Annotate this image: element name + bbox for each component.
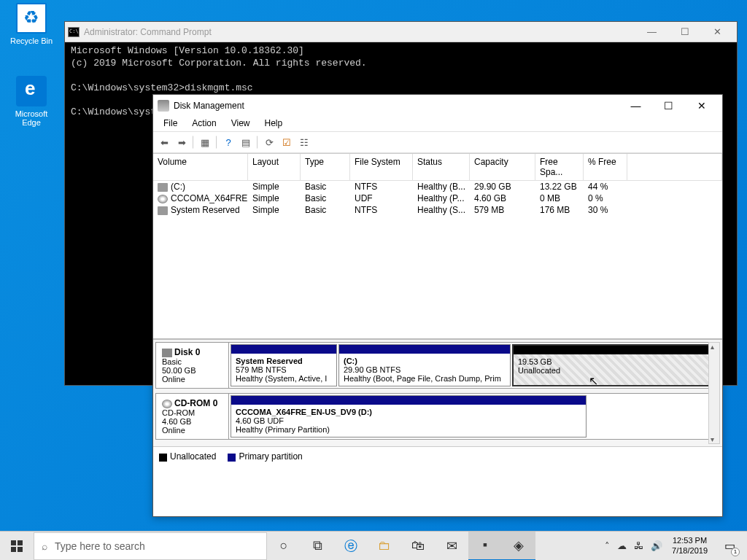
tray-onedrive-icon[interactable]: ☁ xyxy=(614,540,630,551)
col-pct-free[interactable]: % Free xyxy=(584,154,627,180)
taskbar-explorer[interactable]: 🗀 xyxy=(368,532,401,561)
edge-icon xyxy=(16,76,47,106)
menu-file[interactable]: File xyxy=(156,117,185,131)
forward-button[interactable]: ➡ xyxy=(174,134,190,150)
cdrom-0-type: CD-ROM xyxy=(162,408,195,417)
settings-button[interactable]: ▤ xyxy=(238,134,254,150)
tray-volume-icon[interactable]: 🔊 xyxy=(647,540,666,551)
legend-unalloc: Unallocated xyxy=(170,451,216,462)
cdrom-0-name: CD-ROM 0 xyxy=(174,398,217,408)
col-spacer xyxy=(627,154,722,180)
volume-row[interactable]: System ReservedSimpleBasicNTFSHealthy (S… xyxy=(153,204,722,216)
clock-date: 7/18/2019 xyxy=(672,546,708,556)
svg-rect-0 xyxy=(11,540,16,545)
cdrom-icon xyxy=(162,400,172,408)
taskbar-store[interactable]: 🛍 xyxy=(401,532,435,561)
disk-management-window: Disk Management — ☐ ✕ File Action View H… xyxy=(152,94,723,517)
recycle-bin[interactable]: Recycle Bin xyxy=(6,3,57,45)
dm-maximize-button[interactable]: ☐ xyxy=(652,96,685,116)
taskbar-diskmgmt[interactable]: ◈ xyxy=(502,532,535,561)
volume-row[interactable]: CCCOMA_X64FRE...SimpleBasicUDFHealthy (P… xyxy=(153,192,722,204)
volume-icon xyxy=(158,206,168,215)
menu-help[interactable]: Help xyxy=(258,117,290,131)
disk-0-size: 50.00 GB xyxy=(162,366,196,375)
search-placeholder: Type here to search xyxy=(55,540,145,552)
part-status: Unallocated xyxy=(518,366,560,375)
tray-network-icon[interactable]: 🖧 xyxy=(630,540,647,551)
partition-unallocated[interactable]: 19.53 GB Unallocated xyxy=(512,344,718,386)
list-button[interactable]: ☷ xyxy=(296,134,312,150)
taskbar-edge[interactable]: ⓔ xyxy=(334,532,368,561)
taskbar: ⌕ Type here to search ○ ⧉ ⓔ 🗀 🛍 ✉ ▪ ◈ ˄ … xyxy=(0,531,747,560)
separator xyxy=(257,136,258,149)
taskbar-cmd[interactable]: ▪ xyxy=(468,532,502,561)
col-volume[interactable]: Volume xyxy=(153,154,248,180)
cmd-minimize-button[interactable]: — xyxy=(635,22,668,42)
part-size: 4.60 GB UDF xyxy=(236,416,284,425)
cmd-close-button[interactable]: ✕ xyxy=(701,22,734,42)
partition-cdrom[interactable]: CCCOMA_X64FRE_EN-US_DV9 (D:) 4.60 GB UDF… xyxy=(231,395,587,438)
action-center-button[interactable]: ▭ 1 xyxy=(713,532,746,561)
dm-minimize-button[interactable]: — xyxy=(619,96,652,116)
cmd-title: Administrator: Command Prompt xyxy=(84,27,635,37)
col-status[interactable]: Status xyxy=(413,154,470,180)
dm-toolbar: ⬅ ➡ ▦ ? ▤ ⟳ ☑ ☷ xyxy=(153,131,722,153)
cmd-titlebar[interactable]: Administrator: Command Prompt — ☐ ✕ xyxy=(65,22,737,42)
col-capacity[interactable]: Capacity xyxy=(470,154,535,180)
vertical-scrollbar[interactable] xyxy=(708,342,720,444)
start-button[interactable] xyxy=(0,532,34,561)
tray-chevron-icon[interactable]: ˄ xyxy=(601,540,614,551)
notification-badge: 1 xyxy=(731,548,740,556)
part-size: 579 MB NTFS xyxy=(236,365,287,374)
dm-title: Disk Management xyxy=(174,101,619,111)
disk-0-type: Basic xyxy=(162,357,182,366)
volume-header: Volume Layout Type File System Status Ca… xyxy=(153,154,722,181)
disk-0-status: Online xyxy=(162,375,185,384)
volume-row[interactable]: (C:)SimpleBasicNTFSHealthy (B...29.90 GB… xyxy=(153,181,722,192)
cmd-maximize-button[interactable]: ☐ xyxy=(668,22,701,42)
legend-swatch-unalloc xyxy=(159,454,167,462)
graphical-view: Disk 0 Basic 50.00 GB Online System Rese… xyxy=(153,338,722,446)
col-free[interactable]: Free Spa... xyxy=(535,154,584,180)
disk-0-row[interactable]: Disk 0 Basic 50.00 GB Online System Rese… xyxy=(155,342,720,389)
microsoft-edge[interactable]: Microsoft Edge xyxy=(6,76,57,127)
svg-rect-2 xyxy=(11,547,16,552)
search-input[interactable]: ⌕ Type here to search xyxy=(34,532,267,560)
col-layout[interactable]: Layout xyxy=(248,154,301,180)
refresh-button[interactable]: ⟳ xyxy=(261,134,277,150)
cmd-icon xyxy=(68,27,80,37)
partition-system-reserved[interactable]: System Reserved 579 MB NTFS Healthy (Sys… xyxy=(231,344,337,386)
cdrom-0-status: Online xyxy=(162,426,185,435)
dm-close-button[interactable]: ✕ xyxy=(685,96,718,116)
dm-titlebar[interactable]: Disk Management — ☐ ✕ xyxy=(153,95,722,117)
show-hide-button[interactable]: ▦ xyxy=(197,134,213,150)
system-tray: ˄ ☁ 🖧 🔊 12:53 PM 7/18/2019 ▭ 1 xyxy=(601,532,747,560)
back-button[interactable]: ⬅ xyxy=(156,134,172,150)
disk-icon xyxy=(162,349,172,357)
disk-0-name: Disk 0 xyxy=(174,347,200,357)
help-button[interactable]: ? xyxy=(220,134,236,150)
volume-list-space[interactable] xyxy=(153,216,722,338)
part-size: 29.90 GB NTFS xyxy=(344,365,400,374)
cdrom-0-size: 4.60 GB xyxy=(162,417,191,426)
menu-view[interactable]: View xyxy=(224,117,258,131)
separator xyxy=(216,136,217,149)
task-view-button[interactable]: ⧉ xyxy=(301,532,334,561)
check-button[interactable]: ☑ xyxy=(279,134,295,150)
clock-time: 12:53 PM xyxy=(672,536,708,545)
svg-rect-1 xyxy=(18,540,23,545)
col-type[interactable]: Type xyxy=(301,154,350,180)
part-status: Healthy (System, Active, I xyxy=(236,374,327,383)
part-status: Healthy (Primary Partition) xyxy=(236,425,330,434)
part-name: System Reserved xyxy=(236,357,303,365)
windows-icon xyxy=(11,540,23,552)
search-icon: ⌕ xyxy=(42,540,47,552)
col-filesystem[interactable]: File System xyxy=(350,154,413,180)
clock[interactable]: 12:53 PM 7/18/2019 xyxy=(666,536,713,555)
partition-c[interactable]: (C:) 29.90 GB NTFS Healthy (Boot, Page F… xyxy=(338,344,511,386)
dm-icon xyxy=(158,100,169,112)
taskbar-mail[interactable]: ✉ xyxy=(435,532,468,561)
cdrom-0-row[interactable]: CD-ROM 0 CD-ROM 4.60 GB Online CCCOMA_X6… xyxy=(155,393,720,440)
cortana-button[interactable]: ○ xyxy=(267,532,301,561)
menu-action[interactable]: Action xyxy=(185,117,223,131)
